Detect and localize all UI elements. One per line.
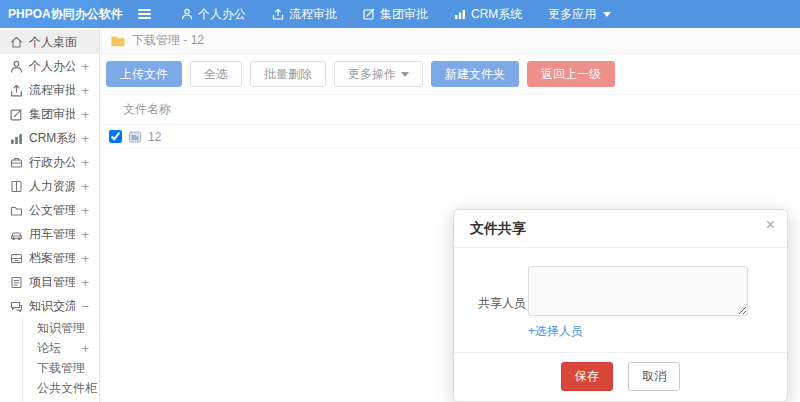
user-icon bbox=[10, 60, 23, 73]
expand-icon[interactable]: + bbox=[81, 59, 89, 74]
close-icon[interactable]: × bbox=[766, 217, 775, 233]
folder-icon bbox=[111, 35, 125, 47]
car-icon bbox=[10, 228, 23, 241]
project-icon bbox=[10, 276, 23, 289]
sidebar-item-workflow-approval[interactable]: 流程审批 + bbox=[0, 78, 99, 102]
sidebar-item-project-mgmt[interactable]: 项目管理 + bbox=[0, 270, 99, 294]
sidebar-item-hr[interactable]: 人力资源 + bbox=[0, 174, 99, 198]
sidebar-item-crm[interactable]: CRM系统 + bbox=[0, 126, 99, 150]
chart-icon bbox=[10, 132, 23, 145]
file-name[interactable]: 12 bbox=[148, 130, 161, 144]
flow-icon bbox=[10, 84, 23, 97]
collapse-icon[interactable]: − bbox=[81, 299, 89, 314]
file-share-modal: 文件共享 × 共享人员 +选择人员 保存 取消 bbox=[453, 209, 788, 402]
sidebar-item-group-approval[interactable]: 集团审批 + bbox=[0, 102, 99, 126]
row-checkbox[interactable] bbox=[109, 130, 122, 143]
home-icon bbox=[10, 36, 23, 49]
choose-people-link[interactable]: +选择人员 bbox=[528, 323, 748, 340]
edit-icon bbox=[10, 108, 23, 121]
file-table-header: 文件名称 bbox=[101, 95, 800, 125]
modal-body: 共享人员 +选择人员 bbox=[454, 248, 787, 352]
nav-item-crm[interactable]: CRM系统 bbox=[454, 6, 522, 23]
expand-icon[interactable]: + bbox=[81, 107, 89, 122]
folder-icon bbox=[10, 204, 23, 217]
app-logo: PHPOA协同办公软件 bbox=[0, 0, 100, 28]
top-navbar: PHPOA协同办公软件 个人办公 流程审批 集团审批 CRM系统 更多应用 bbox=[0, 0, 800, 28]
sidebar-subitem-knowledge-mgmt[interactable]: 知识管理 bbox=[23, 318, 99, 338]
modal-header: 文件共享 × bbox=[454, 210, 787, 248]
modal-title: 文件共享 bbox=[470, 220, 526, 236]
expand-icon[interactable]: + bbox=[81, 131, 89, 146]
modal-footer: 保存 取消 bbox=[454, 352, 787, 401]
sidebar-subitem-public-file-cabinet[interactable]: 公共文件柜 bbox=[23, 378, 99, 398]
sidebar-item-personal-office[interactable]: 个人办公 + bbox=[0, 54, 99, 78]
share-people-textarea[interactable] bbox=[528, 266, 748, 316]
menu-toggle-icon[interactable] bbox=[138, 9, 151, 19]
chat-icon bbox=[10, 300, 23, 313]
expand-icon[interactable]: + bbox=[81, 179, 89, 194]
sidebar-item-vehicle-mgmt[interactable]: 用车管理 + bbox=[0, 222, 99, 246]
edit-icon bbox=[363, 8, 375, 20]
expand-icon[interactable]: + bbox=[81, 251, 89, 266]
nav-item-workflow-approval[interactable]: 流程审批 bbox=[272, 6, 337, 23]
sidebar-item-personal-desktop[interactable]: 个人桌面 bbox=[0, 30, 99, 54]
batch-delete-button[interactable]: 批量删除 bbox=[250, 61, 326, 87]
sidebar-item-document-mgmt[interactable]: 公文管理 + bbox=[0, 198, 99, 222]
sidebar-subitem-forum[interactable]: 论坛 + bbox=[23, 338, 99, 358]
flow-icon bbox=[272, 8, 284, 20]
save-button[interactable]: 保存 bbox=[561, 362, 613, 391]
nav-item-more-apps[interactable]: 更多应用 bbox=[548, 6, 611, 23]
caret-down-icon bbox=[603, 12, 611, 17]
expand-icon[interactable]: + bbox=[81, 341, 89, 356]
sidebar-item-knowledge-exchange[interactable]: 知识交流 − bbox=[0, 294, 99, 318]
upload-file-button[interactable]: 上传文件 bbox=[106, 61, 182, 87]
more-actions-dropdown[interactable]: 更多操作 bbox=[334, 61, 423, 87]
select-all-button[interactable]: 全选 bbox=[190, 61, 242, 87]
breadcrumb-text: 下载管理 - 12 bbox=[132, 32, 204, 49]
sidebar-subitem-download-mgmt[interactable]: 下载管理 bbox=[23, 358, 99, 378]
toolbar: 上传文件 全选 批量删除 更多操作 新建文件夹 返回上一级 bbox=[101, 54, 800, 95]
sidebar-subitem-network-disk[interactable]: 网络硬盘 bbox=[23, 398, 99, 402]
sidebar-item-archive-mgmt[interactable]: 档案管理 + bbox=[0, 246, 99, 270]
breadcrumb: 下载管理 - 12 bbox=[101, 28, 800, 54]
cancel-button[interactable]: 取消 bbox=[628, 362, 680, 391]
expand-icon[interactable]: + bbox=[81, 83, 89, 98]
expand-icon[interactable]: + bbox=[81, 227, 89, 242]
nav-item-group-approval[interactable]: 集团审批 bbox=[363, 6, 428, 23]
chart-icon bbox=[454, 8, 466, 20]
caret-down-icon bbox=[401, 72, 409, 77]
sidebar-item-admin-office[interactable]: 行政办公 + bbox=[0, 150, 99, 174]
back-up-level-button[interactable]: 返回上一级 bbox=[527, 61, 615, 87]
expand-icon[interactable]: + bbox=[81, 203, 89, 218]
nav-item-personal-office[interactable]: 个人办公 bbox=[181, 6, 246, 23]
user-icon bbox=[181, 8, 193, 20]
new-folder-button[interactable]: 新建文件夹 bbox=[431, 61, 519, 87]
folder-file-icon bbox=[129, 131, 141, 143]
knowledge-exchange-submenu: 知识管理 论坛 + 下载管理 公共文件柜 网络硬盘 bbox=[22, 318, 99, 402]
expand-icon[interactable]: + bbox=[81, 275, 89, 290]
briefcase-icon bbox=[10, 156, 23, 169]
archive-icon bbox=[10, 252, 23, 265]
column-header-file-name: 文件名称 bbox=[123, 101, 171, 118]
sidebar: 个人桌面 个人办公 + 流程审批 + 集团审批 + CRM系统 + 行政办公 +… bbox=[0, 28, 100, 402]
book-icon bbox=[10, 180, 23, 193]
expand-icon[interactable]: + bbox=[81, 155, 89, 170]
share-people-label: 共享人员 bbox=[478, 295, 524, 312]
table-row[interactable]: 12 bbox=[101, 125, 800, 149]
